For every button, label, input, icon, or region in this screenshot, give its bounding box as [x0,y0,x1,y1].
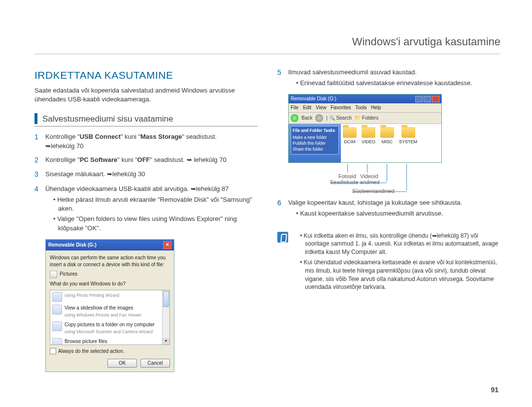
back-label[interactable]: Back [301,115,312,122]
folder-system[interactable]: SYSTEM [399,127,417,159]
step-2: 2 Kontrollige "PC Software" kuni "OFF" s… [34,156,258,165]
section-intro: Saate edastada või kopeerida salvestatud… [34,86,258,104]
task-link[interactable]: Publish this folder [293,141,337,147]
heading-mark [34,113,37,124]
forward-icon[interactable] [315,114,323,122]
folder-video[interactable]: VIDEO [362,127,375,159]
step-number: 3 [34,170,40,180]
note-icon [277,232,288,243]
maximize-icon[interactable] [424,96,431,102]
printer-icon [52,292,62,302]
menu-view[interactable]: View [316,105,327,110]
pictures-icon [50,271,57,278]
step-6: 6 Valige kopeeritav kaust, lohistage ja … [277,198,500,219]
step-4: 4 Ühendage videokaamera USB-kaabli abil … [34,185,258,234]
step-bullet: Kaust kopeeritakse salvestusmeediumilt a… [301,209,500,218]
explorer-window-screenshot: Removable Disk (G:) File Edit View Favor… [288,94,442,163]
page-number: 91 [491,385,499,395]
slideshow-icon [52,305,62,314]
step-number: 5 [277,68,283,89]
subsection-heading: Salvestusmeediumi sisu vaatamine [34,113,258,127]
ok-button[interactable]: OK [107,359,137,368]
scroll-down-icon[interactable]: ▾ [163,338,169,344]
folder-icon [362,127,375,138]
browse-icon [52,338,62,345]
dialog-titlebar: Removable Disk (G:) ✕ [46,240,174,250]
explorer-toolbar[interactable]: Back | 🔍 Search 📁 Folders [289,113,441,124]
search-button[interactable]: Search [336,115,352,121]
step-number: 6 [277,198,283,219]
cancel-button[interactable]: Cancel [140,359,170,368]
minimize-icon[interactable] [415,96,423,102]
always-checkbox[interactable] [50,348,56,354]
step-number: 1 [34,132,40,150]
step-number: 4 [34,185,40,234]
explorer-title: Removable Disk (G:) [291,95,336,102]
scroll-thumb[interactable] [163,291,169,307]
task-link[interactable]: Make a new folder [293,135,337,141]
folder-icon [401,127,415,138]
step-number: 2 [34,156,40,165]
scrollbar[interactable]: ▴ ▾ [162,290,169,344]
step-5: 5 Ilmuvad salvestusmeediumil asuvad kaus… [277,68,500,89]
copy-icon [52,321,62,331]
callout-diagram: Fotosid Videoid Seadistuste andmed Süste… [288,164,441,198]
menu-tools[interactable]: Tools [355,105,366,110]
note-item: Kui ühendatud videokaamera kettaseade ei… [305,258,500,291]
task-pane-title: File and Folder Tasks [293,128,337,134]
menu-file[interactable]: File [291,105,299,110]
note-item: Kui irdketta aken ei ilmu, siis kontroll… [305,232,500,256]
explorer-menubar[interactable]: File Edit View Favorites Tools Help [289,103,441,113]
explorer-file-pane[interactable]: DCIM VIDEO MISC SYSTEM [341,124,441,162]
autoplay-dialog-screenshot: Removable Disk (G:) ✕ Windows can perfor… [45,239,174,372]
folder-icon [343,127,357,138]
section-title: IRDKETTANA KASUTAMINE [34,68,258,82]
pictures-label: Pictures [60,271,77,278]
folder-misc[interactable]: MISC [380,127,394,159]
note-box: Kui irdketta aken ei ilmu, siis kontroll… [277,232,500,294]
close-icon[interactable]: ✕ [163,241,171,249]
step-3: 3 Sisestage mälukaart. ➥lehekülg 30 [34,170,258,180]
menu-edit[interactable]: Edit [303,105,311,110]
task-link[interactable]: Share this folder [293,147,337,153]
back-icon[interactable] [291,114,299,122]
folders-button[interactable]: Folders [362,115,378,121]
page-header-title: Windows'i arvutiga kasutamine [34,0,500,54]
step-1: 1 Kontrollige "USB Connect" kuni "Mass S… [34,132,258,150]
callout-system: Süsteemiandmed [352,188,395,195]
callout-settings: Seadistuste andmed [330,179,379,186]
action-list[interactable]: using Photo Printing Wizard View a slide… [50,290,170,345]
explorer-titlebar: Removable Disk (G:) [289,94,441,103]
menu-favorites[interactable]: Favorites [331,105,351,110]
manual-page: Windows'i arvutiga kasutamine IRDKETTANA… [0,0,532,407]
step-bullet: Hetke pärast ilmub arvuti ekraanile "Rem… [58,195,258,213]
menu-help[interactable]: Help [371,105,381,110]
dialog-message-2: What do you want Windows to do? [50,281,170,287]
folder-dcim[interactable]: DCIM [343,127,357,159]
left-column: IRDKETTANA KASUTAMINE Saate edastada või… [34,68,258,372]
subsection-title: Salvestusmeediumi sisu vaatamine [42,113,173,125]
dialog-message-1: Windows can perform the same action each… [50,254,170,268]
step-bullet: Erinevad failitüübid salvestatakse erine… [301,79,500,88]
folder-icon [380,127,394,138]
explorer-task-pane: File and Folder Tasks Make a new folder … [289,124,341,162]
always-label: Always do the selected action. [58,348,125,355]
right-column: 5 Ilmuvad salvestusmeediumil asuvad kaus… [277,68,500,372]
step-bullet: Valige "Open folders to view files using… [58,215,258,232]
dialog-title: Removable Disk (G:) [48,242,97,249]
close-icon[interactable] [432,96,439,102]
